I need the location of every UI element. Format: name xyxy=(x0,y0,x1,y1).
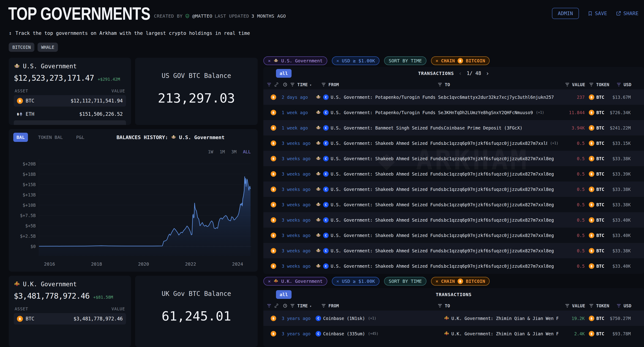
tx-from-entity[interactable]: U.S. Government: Shakeeb Ahmed Seized Fu… xyxy=(316,187,444,192)
filter-icon[interactable] xyxy=(565,304,570,308)
close-icon[interactable]: × xyxy=(268,58,271,64)
transaction-row[interactable]: 3 weeks ago U.S. Government: Shakeeb Ahm… xyxy=(263,197,644,212)
tx-to-entity[interactable]: bc1qzzq6p97njzkf6sfuqzc0jjzzu6x827m7xxl8… xyxy=(444,141,558,146)
filter-icon[interactable] xyxy=(321,304,326,308)
tx-to-entity[interactable]: bc1qzzq6p97njzkf6sfuqzc0jjzzu6x827m7xxl8… xyxy=(444,233,558,238)
tx-time-link[interactable]: 3 weeks ago xyxy=(282,187,316,192)
collapse-handle-icon[interactable]: ↕ xyxy=(9,30,12,36)
range-3m[interactable]: 3M xyxy=(231,149,236,154)
token-column-header[interactable]: TOKEN xyxy=(596,82,609,87)
all-tab[interactable]: all xyxy=(276,290,292,299)
tx-from-entity[interactable]: U.S. Government: Shakeeb Ahmed Seized Fu… xyxy=(316,263,444,269)
filter-entity-pill[interactable]: × U.K. Government xyxy=(263,277,327,285)
tx-to-entity[interactable]: U.K. Government: Zhimin Qian & Jian Wen … xyxy=(444,315,558,321)
usd-column-header[interactable]: USD xyxy=(624,82,632,87)
tx-from-entity[interactable]: U.S. Government: Shakeeb Ahmed Seized Fu… xyxy=(316,248,444,253)
tx-to-entity[interactable]: U.K. Government: Zhimin Qian & Jian Wen … xyxy=(444,331,558,336)
tx-time-link[interactable]: 3 weeks ago xyxy=(282,141,316,146)
filter-icon[interactable] xyxy=(290,83,295,87)
tx-from-entity[interactable]: U.S. Government: Shakeeb Ahmed Seized Fu… xyxy=(316,141,444,146)
transaction-row[interactable]: 3 weeks ago U.S. Government: Shakeeb Ahm… xyxy=(263,228,644,243)
tx-to-entity[interactable]: bc1qzzq6p97njzkf6sfuqzc0jjzzu6x827m7xxl8… xyxy=(444,171,558,176)
tx-from-entity[interactable]: U.S. Government: Potapenko/Turogin Funds… xyxy=(316,110,444,115)
filter-usd-pill[interactable]: × USD ≥ $1.00K xyxy=(332,277,380,285)
filter-icon[interactable] xyxy=(616,304,621,308)
usd-column-header[interactable]: USD xyxy=(624,303,632,308)
range-1m[interactable]: 1M xyxy=(220,149,225,154)
tx-time-link[interactable]: 1 week ago xyxy=(282,110,316,115)
transaction-row[interactable]: 3 weeks ago U.S. Government: Shakeeb Ahm… xyxy=(263,212,644,228)
tx-from-entity[interactable]: U.S. Government: Shakeeb Ahmed Seized Fu… xyxy=(316,217,444,223)
to-column-header[interactable]: TO xyxy=(445,303,450,308)
tx-time-link[interactable]: 3 weeks ago xyxy=(282,248,316,253)
share-button[interactable]: SHARE xyxy=(616,11,638,16)
transaction-row[interactable]: 3 weeks ago U.S. Government: Shakeeb Ahm… xyxy=(263,243,644,258)
transaction-row[interactable]: 3 weeks ago U.S. Government: Shakeeb Ahm… xyxy=(263,135,644,151)
tx-from-entity[interactable]: U.S. Government: Shakeeb Ahmed Seized Fu… xyxy=(316,202,444,207)
tx-time-link[interactable]: 1 week ago xyxy=(282,125,316,130)
range-all[interactable]: ALL xyxy=(243,149,251,154)
tx-to-entity[interactable]: Coinbase Prime Deposit (3FGcX) xyxy=(444,125,558,130)
transaction-row[interactable]: 3 years ago Coinbase (335um) (+45) U.K. … xyxy=(263,326,644,341)
tx-time-link[interactable]: 3 weeks ago xyxy=(282,156,316,161)
time-column-header[interactable]: TIME xyxy=(297,303,312,308)
from-column-header[interactable]: FROM xyxy=(328,82,339,87)
sort-by-time-pill[interactable]: SORT BY TIME xyxy=(384,277,426,285)
close-icon[interactable]: × xyxy=(336,58,339,64)
tab-pnl[interactable]: P&L xyxy=(73,133,88,142)
tx-time-link[interactable]: 3 weeks ago xyxy=(282,233,316,238)
tx-from-entity[interactable]: Coinbase (335um) (+45) xyxy=(316,331,444,336)
tx-to-entity[interactable]: bc1qzzq6p97njzkf6sfuqzc0jjzzu6x827m7xxl8… xyxy=(444,248,558,253)
all-tab[interactable]: all xyxy=(276,69,292,78)
asset-row[interactable]: BTC $3,481,778,972.46 xyxy=(14,313,126,324)
author-link[interactable]: @MATTEO xyxy=(192,13,212,19)
tx-from-entity[interactable]: U.S. Government: Shakeeb Ahmed Seized Fu… xyxy=(316,233,444,238)
tx-time-link[interactable]: 3 weeks ago xyxy=(282,217,316,223)
admin-button[interactable]: ADMIN xyxy=(552,8,579,19)
tx-to-entity[interactable]: bc1qzzq6p97njzkf6sfuqzc0jjzzu6x827m7xxl8… xyxy=(444,156,558,161)
transaction-row[interactable]: 1 week ago U.S. Government: Banmeet Sing… xyxy=(263,120,644,135)
to-column-header[interactable]: TO xyxy=(445,82,450,87)
tx-time-link[interactable]: 2 days ago xyxy=(282,95,316,100)
sort-by-time-pill[interactable]: SORT BY TIME xyxy=(384,56,426,65)
tx-to-entity[interactable]: bc1qzzq6p97njzkf6sfuqzc0jjzzu6x827m7xxl8… xyxy=(444,264,558,269)
close-icon[interactable]: × xyxy=(268,278,271,284)
tab-bal[interactable]: BAL xyxy=(13,133,28,142)
value-column-header[interactable]: VALUE xyxy=(572,82,585,87)
close-icon[interactable]: × xyxy=(436,58,438,64)
filter-icon[interactable] xyxy=(589,83,594,87)
tag-pill[interactable]: BITCOIN xyxy=(9,43,34,52)
token-column-header[interactable]: TOKEN xyxy=(596,303,609,308)
filter-icon[interactable] xyxy=(266,83,272,87)
transaction-row[interactable]: 3 weeks ago U.S. Government: Shakeeb Ahm… xyxy=(263,151,644,166)
prev-page-button[interactable]: ‹ xyxy=(458,70,462,77)
filter-icon[interactable] xyxy=(438,83,442,87)
filter-icon[interactable] xyxy=(616,83,621,87)
link-icon[interactable] xyxy=(274,304,279,308)
transaction-row[interactable]: 3 weeks ago U.S. Government: Shakeeb Ahm… xyxy=(263,182,644,197)
transaction-row[interactable]: 1 week ago U.S. Government: Potapenko/Tu… xyxy=(263,105,644,120)
tx-from-entity[interactable]: Coinbase (1N1sk) (+1) xyxy=(316,315,444,321)
us-entity-header[interactable]: U.S. Government xyxy=(14,63,126,70)
clock-icon[interactable] xyxy=(282,83,288,87)
transaction-row[interactable]: 2 days ago U.S. Government: Potapenko/Tu… xyxy=(263,89,644,105)
tx-to-entity[interactable]: bc1qzzq6p97njzkf6sfuqzc0jjzzu6x827m7xxl8… xyxy=(444,187,558,192)
tx-to-entity[interactable]: bc1qzzq6p97njzkf6sfuqzc0jjzzu6x827m7xxl8… xyxy=(444,217,558,223)
balance-chart[interactable]: $+20B$+18B$+15B$+13B$+10B$+7.5B$+5B$+2.5… xyxy=(13,156,253,268)
filter-usd-pill[interactable]: × USD ≥ $1.00K xyxy=(332,56,380,65)
close-icon[interactable]: × xyxy=(336,278,339,284)
next-page-button[interactable]: › xyxy=(486,70,490,77)
tx-from-entity[interactable]: U.S. Government: Shakeeb Ahmed Seized Fu… xyxy=(316,156,444,161)
filter-icon[interactable] xyxy=(589,304,594,308)
tx-to-entity[interactable]: bc1qzzq6p97njzkf6sfuqzc0jjzzu6x827m7xxl8… xyxy=(444,202,558,207)
tx-time-link[interactable]: 3 weeks ago xyxy=(282,202,316,207)
asset-row[interactable]: ETH $151,506,226.52 xyxy=(14,108,126,120)
tx-to-entity[interactable]: bc1qvc6mattyx2dur32kz7xcj7yc3uthl6njukn2… xyxy=(444,95,558,100)
clock-icon[interactable] xyxy=(282,304,288,308)
value-column-header[interactable]: VALUE xyxy=(572,303,585,308)
tx-from-entity[interactable]: U.S. Government: Shakeeb Ahmed Seized Fu… xyxy=(316,171,444,177)
tx-from-entity[interactable]: U.S. Government: Potapenko/Turogin Funds… xyxy=(316,94,444,100)
tag-pill[interactable]: WHALE xyxy=(38,43,58,52)
save-button[interactable]: SAVE xyxy=(588,11,607,16)
asset-row[interactable]: BTC $12,112,711,541.94 xyxy=(14,95,126,107)
